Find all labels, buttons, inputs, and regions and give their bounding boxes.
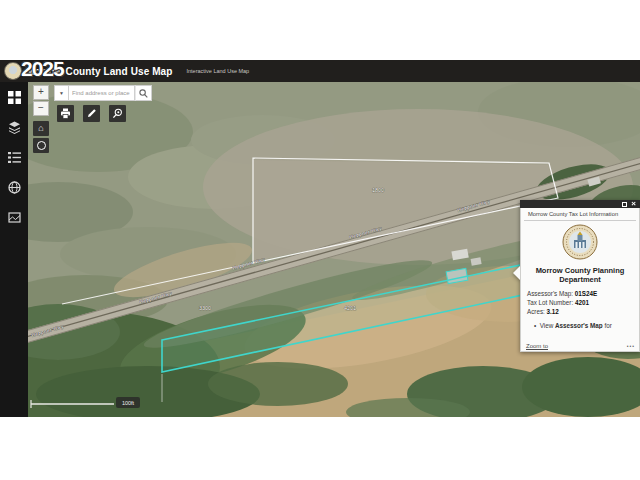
popup-anchor-arrow (513, 266, 520, 280)
print-button[interactable] (57, 105, 74, 122)
lot-label-4201: 4201 (344, 305, 356, 311)
layers-icon (8, 121, 21, 134)
popup-bullet-note: • View Assessor's Map for (527, 322, 633, 329)
printer-icon (60, 108, 71, 119)
assessors-map-link[interactable]: Assessor's Map (555, 322, 603, 329)
search-icon (139, 89, 148, 98)
popup-maximize-icon[interactable] (622, 202, 627, 207)
left-sidebar (0, 82, 28, 417)
home-button[interactable]: ⌂ (33, 121, 49, 136)
search-button[interactable] (135, 85, 152, 101)
legend-list-icon (8, 151, 21, 164)
field-acres: Acres: 3.12 (527, 307, 633, 316)
app-subtitle: Interactive Land Use Map (187, 68, 250, 74)
identify-magnifier-icon (112, 108, 123, 119)
print-map-icon (8, 211, 21, 224)
field-tax-lot-number: Tax Lot Number: 4201 (527, 298, 633, 307)
sidebar-item-legend[interactable] (8, 151, 21, 164)
field-assessors-map: Assessor's Map: 01S24E (527, 289, 633, 298)
map-canvas[interactable]: 1800 3300 4201 Heppner Hwy Heppner Hwy H… (28, 82, 640, 417)
chevron-down-icon: ▼ (59, 90, 64, 96)
identify-button[interactable] (109, 105, 126, 122)
sidebar-item-apps[interactable] (8, 91, 21, 104)
popup-chrome-bar: × (520, 200, 640, 208)
lot-label-1800: 1800 (372, 187, 384, 193)
sidebar-item-layers[interactable] (8, 121, 21, 134)
map-toolbar (57, 105, 126, 122)
pencil-icon (86, 108, 97, 119)
zoom-out-button[interactable]: − (33, 101, 49, 116)
morrow-county-seal-icon (562, 224, 598, 260)
popup-overflow-menu[interactable]: ••• (627, 343, 635, 349)
search-bar: ▼ (54, 85, 152, 101)
tax-lot-popup: × Morrow County Tax Lot Information (520, 200, 640, 352)
popup-org-name: Morrow County Planning Department (527, 266, 633, 284)
sidebar-item-basemap[interactable] (8, 181, 21, 194)
basemap-globe-icon (8, 181, 21, 194)
search-input[interactable] (69, 85, 135, 101)
search-source-dropdown[interactable]: ▼ (54, 85, 69, 101)
locate-icon (37, 141, 46, 150)
scale-label: 100ft (122, 400, 135, 406)
apps-grid-icon (8, 91, 21, 104)
sidebar-item-print[interactable] (8, 211, 21, 224)
land-use-map-app: Morrow County Land Use Map Interactive L… (0, 60, 640, 417)
lot-label-3300: 3300 (199, 305, 211, 311)
home-icon: ⌂ (38, 123, 43, 133)
county-seal-icon (4, 62, 22, 80)
popup-fields: Assessor's Map: 01S24E Tax Lot Number: 4… (527, 289, 633, 316)
draw-button[interactable] (83, 105, 100, 122)
copyright-watermark: 2025 (21, 57, 64, 81)
locate-button[interactable] (33, 138, 49, 153)
popup-title: Morrow County Tax Lot Information (524, 208, 636, 221)
zoom-to-link[interactable]: Zoom to (526, 343, 548, 349)
zoom-in-button[interactable]: + (33, 85, 49, 100)
app-header: Morrow County Land Use Map Interactive L… (0, 60, 640, 82)
popup-close-icon[interactable]: × (631, 201, 636, 207)
